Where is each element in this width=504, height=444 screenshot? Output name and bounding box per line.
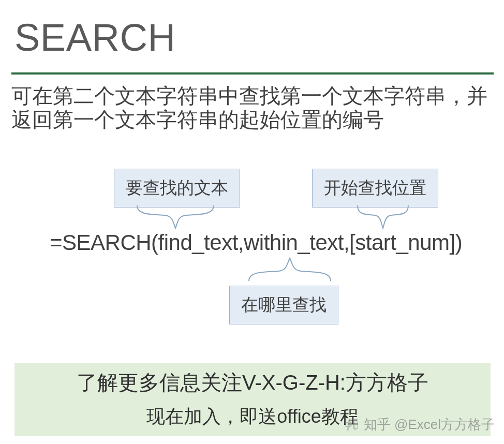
formula-text: =SEARCH(find_text,within_text,[start_num…: [50, 230, 462, 255]
formula-diagram: 要查找的文本 开始查找位置 =SEARCH(find_text,within_t…: [0, 166, 504, 336]
footer-line-1: 了解更多信息关注V-X-G-Z-H:方方格子: [15, 370, 490, 395]
label-within-text: 在哪里查找: [229, 286, 338, 324]
title-underline: [11, 72, 494, 75]
watermark: 知乎 @Excel方方格子: [343, 416, 495, 434]
page-title: SEARCH: [14, 16, 175, 60]
slide: SEARCH 可在第二个文本字符串中查找第一个文本字符串，并返回第一个文本字符串…: [0, 0, 504, 444]
brace-find-text-icon: [137, 205, 214, 229]
zhihu-icon: [343, 417, 360, 433]
function-description: 可在第二个文本字符串中查找第一个文本字符串，并返回第一个文本字符串的起始位置的编…: [11, 84, 493, 132]
label-find-text: 要查找的文本: [114, 169, 240, 208]
label-start-num: 开始查找位置: [312, 169, 438, 208]
brace-within-text-icon: [248, 258, 331, 282]
watermark-text: 知乎 @Excel方方格子: [364, 416, 495, 434]
brace-start-num-icon: [357, 205, 409, 229]
